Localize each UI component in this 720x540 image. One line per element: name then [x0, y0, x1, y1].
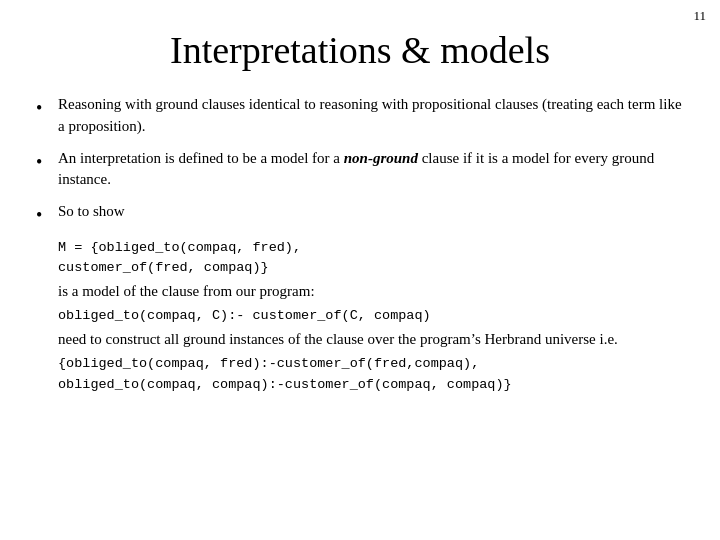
bullet-list: • Reasoning with ground clauses identica…	[36, 94, 684, 228]
slide-content: Interpretations & models • Reasoning wit…	[0, 0, 720, 421]
code-block-3: {obliged_to(compaq, fred):-customer_of(f…	[58, 354, 684, 395]
bullet-text: An interpretation is defined to be a mod…	[58, 148, 684, 192]
prose-line-1: is a model of the clause from our progra…	[58, 281, 684, 303]
list-item: • An interpretation is defined to be a m…	[36, 148, 684, 192]
prose-line-2: need to construct all ground instances o…	[58, 329, 684, 351]
code-line: obliged_to(compaq, compaq):-customer_of(…	[58, 375, 684, 395]
bullet-text: Reasoning with ground clauses identical …	[58, 94, 684, 138]
bullet-dot: •	[36, 202, 58, 228]
sub-block: M = {obliged_to(compaq, fred), customer_…	[58, 238, 684, 395]
list-item: • So to show	[36, 201, 684, 228]
slide-title: Interpretations & models	[36, 28, 684, 72]
italic-bold-text: non-ground	[344, 150, 418, 166]
list-item: • Reasoning with ground clauses identica…	[36, 94, 684, 138]
bullet-text: So to show	[58, 201, 684, 223]
code-line: {obliged_to(compaq, fred):-customer_of(f…	[58, 354, 684, 374]
page-number: 11	[693, 8, 706, 24]
code-line: obliged_to(compaq, C):- customer_of(C, c…	[58, 306, 684, 326]
bullet-dot: •	[36, 95, 58, 121]
code-line: M = {obliged_to(compaq, fred),	[58, 238, 684, 258]
bullet-dot: •	[36, 149, 58, 175]
code-block-1: M = {obliged_to(compaq, fred), customer_…	[58, 238, 684, 279]
code-line: customer_of(fred, compaq)}	[58, 258, 684, 278]
code-block-2: obliged_to(compaq, C):- customer_of(C, c…	[58, 306, 684, 326]
